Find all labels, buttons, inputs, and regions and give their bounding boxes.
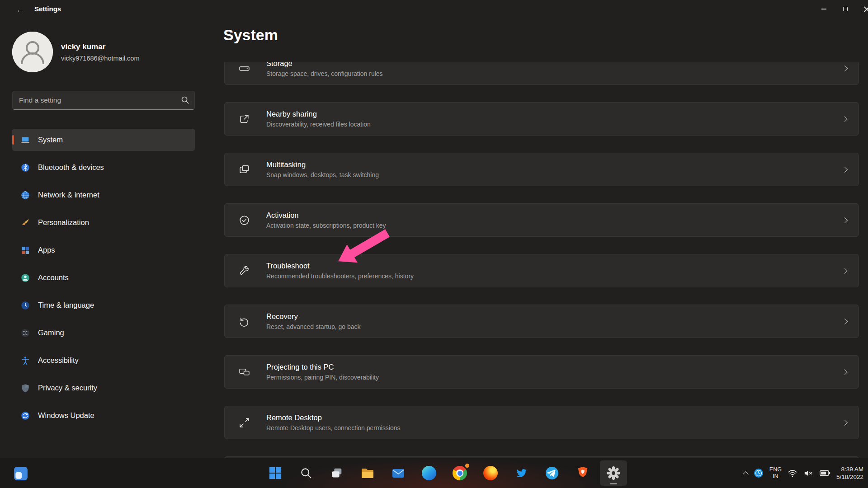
tray-battery-button[interactable]	[820, 468, 830, 479]
telegram-icon	[545, 466, 559, 480]
gamepad-icon	[20, 328, 30, 338]
settings-card-remote-desktop[interactable]: Remote Desktop Remote Desktop users, con…	[224, 406, 859, 439]
person-avatar-icon	[12, 32, 53, 72]
close-button[interactable]	[856, 0, 868, 18]
search-input[interactable]	[12, 91, 195, 110]
user-profile[interactable]: vicky kumar vicky971686@hotmail.com	[12, 31, 195, 73]
taskbar-twitter-button[interactable]	[508, 460, 535, 486]
taskbar-edge-button[interactable]	[415, 460, 443, 486]
sidebar-item-accessibility[interactable]: Accessibility	[12, 349, 195, 371]
settings-sidebar: System Bluetooth & devices Network & int…	[12, 129, 195, 432]
wifi-icon	[788, 468, 797, 478]
settings-card-projecting[interactable]: Projecting to this PC Permissions, pairi…	[224, 355, 859, 389]
tray-volume-muted-button[interactable]	[803, 468, 814, 479]
sidebar-item-network-internet[interactable]: Network & internet	[12, 184, 195, 206]
card-title: Troubleshoot	[266, 262, 843, 270]
tray-clock-app-button[interactable]	[754, 468, 764, 478]
sidebar-item-system[interactable]: System	[12, 129, 195, 151]
taskbar-mail-button[interactable]	[385, 460, 412, 486]
taskbar-telegram-button[interactable]	[538, 460, 566, 486]
taskbar-search-button[interactable]	[292, 460, 320, 486]
tray-clock-button[interactable]: 8:39 AM 5/18/2022	[836, 465, 863, 481]
profile-email: vicky971686@hotmail.com	[61, 55, 140, 62]
avatar	[12, 32, 53, 72]
minimize-button[interactable]	[813, 0, 835, 18]
page-title: System	[223, 26, 278, 44]
card-subtitle: Permissions, pairing PIN, discoverabilit…	[266, 374, 843, 381]
shield-icon	[20, 383, 30, 393]
card-subtitle: Activation state, subscriptions, product…	[266, 222, 843, 229]
taskbar-firefox-button[interactable]	[477, 460, 504, 486]
settings-card-recovery[interactable]: Recovery Reset, advanced startup, go bac…	[224, 305, 859, 338]
battery-icon	[820, 468, 830, 479]
accessibility-icon	[20, 356, 30, 366]
task-view-icon	[330, 466, 344, 480]
chevron-right-icon	[842, 420, 848, 426]
card-text: Activation Activation state, subscriptio…	[266, 211, 843, 229]
taskbar-task-view-button[interactable]	[323, 460, 350, 486]
taskbar-brave-button[interactable]	[569, 460, 596, 486]
activation-icon	[238, 214, 250, 226]
clock-tray-icon	[754, 468, 764, 478]
taskbar-app-icons	[262, 460, 631, 486]
settings-card-activation[interactable]: Activation Activation state, subscriptio…	[224, 203, 859, 237]
tray-time: 8:39 AM	[841, 466, 863, 473]
settings-card-storage[interactable]: Storage Storage space, drives, configura…	[224, 62, 859, 85]
recovery-icon	[238, 315, 250, 328]
sidebar-item-label: Bluetooth & devices	[38, 163, 104, 172]
brave-icon	[576, 466, 590, 480]
file-explorer-icon	[360, 466, 375, 480]
mail-icon	[391, 466, 406, 480]
maximize-button[interactable]	[835, 0, 856, 18]
taskbar-start-button[interactable]	[262, 460, 289, 486]
volume-muted-icon	[803, 468, 814, 479]
search-icon	[300, 467, 312, 479]
storage-icon	[238, 62, 250, 75]
card-subtitle: Remote Desktop users, connection permiss…	[266, 424, 843, 432]
taskbar-widgets-button[interactable]	[12, 465, 30, 483]
sidebar-item-privacy-security[interactable]: Privacy & security	[12, 377, 195, 399]
datetime: 8:39 AM 5/18/2022	[836, 465, 863, 481]
sidebar-item-personalization[interactable]: Personalization	[12, 211, 195, 234]
window-controls	[813, 0, 868, 18]
settings-card-troubleshoot[interactable]: Troubleshoot Recommended troubleshooters…	[224, 254, 859, 287]
window-title: Settings	[34, 5, 61, 13]
sidebar-item-gaming[interactable]: Gaming	[12, 322, 195, 344]
tray-language-button[interactable]: ENG IN	[769, 466, 782, 480]
sidebar-item-label: System	[38, 136, 63, 144]
chevron-right-icon	[842, 268, 848, 274]
card-text: Remote Desktop Remote Desktop users, con…	[266, 413, 843, 432]
card-text: Troubleshoot Recommended troubleshooters…	[266, 262, 843, 280]
back-button[interactable]: ←	[13, 3, 28, 16]
chevron-right-icon	[842, 319, 848, 324]
sidebar-item-bluetooth-devices[interactable]: Bluetooth & devices	[12, 156, 195, 178]
card-text: Multitasking Snap windows, desktops, tas…	[266, 160, 843, 178]
taskbar-file-explorer-button[interactable]	[354, 460, 381, 486]
sidebar-item-accounts[interactable]: Accounts	[12, 267, 195, 289]
update-icon	[20, 411, 30, 421]
profile-text: vicky kumar vicky971686@hotmail.com	[61, 42, 140, 62]
chevron-right-icon	[842, 167, 848, 173]
card-subtitle: Recommended troubleshooters, preferences…	[266, 272, 843, 280]
firefox-icon	[483, 466, 498, 480]
sidebar-item-apps[interactable]: Apps	[12, 239, 195, 261]
apps-grid-icon	[20, 245, 30, 255]
globe-icon	[20, 190, 30, 200]
sidebar-item-windows-update[interactable]: Windows Update	[12, 404, 195, 427]
card-text: Storage Storage space, drives, configura…	[266, 62, 843, 77]
settings-card-multitasking[interactable]: Multitasking Snap windows, desktops, tas…	[224, 153, 859, 186]
settings-card-nearby-sharing[interactable]: Nearby sharing Discoverability, received…	[224, 102, 859, 136]
tray-overflow-button[interactable]	[744, 470, 748, 476]
card-title: Nearby sharing	[266, 110, 843, 118]
sidebar-item-label: Accessibility	[38, 356, 79, 365]
chrome-icon	[453, 466, 467, 480]
tray-wifi-button[interactable]	[788, 468, 797, 478]
card-text: Nearby sharing Discoverability, received…	[266, 110, 843, 128]
taskbar-chrome-button[interactable]	[446, 460, 473, 486]
taskbar-settings-button[interactable]	[600, 460, 627, 486]
card-subtitle: Discoverability, received files location	[266, 121, 843, 128]
bluetooth-icon	[20, 163, 30, 173]
sidebar-item-time-language[interactable]: Time & language	[12, 294, 195, 316]
language-code: ENG	[769, 466, 782, 473]
settings-list-viewport: Storage Storage space, drives, configura…	[224, 62, 859, 458]
